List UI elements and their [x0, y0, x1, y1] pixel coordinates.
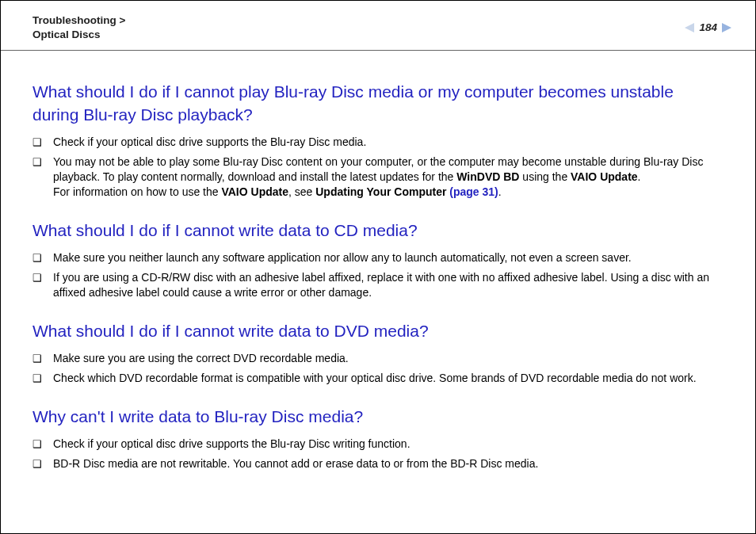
- bullet-icon: ❑: [32, 437, 53, 452]
- page-navigator: 184: [685, 13, 731, 33]
- question-heading: What should I do if I cannot play Blu-ra…: [32, 81, 724, 126]
- list-item: ❑ Check if your optical disc drive suppo…: [32, 132, 724, 152]
- bullet-list: ❑ Check if your optical disc drive suppo…: [32, 434, 724, 474]
- breadcrumb-line-2: Optical Discs: [32, 28, 125, 42]
- list-item: ❑ You may not be able to play some Blu-r…: [32, 152, 724, 202]
- list-item: ❑ Make sure you are using the correct DV…: [32, 349, 724, 368]
- list-item-text: You may not be able to play some Blu-ray…: [53, 154, 724, 200]
- bullet-icon: ❑: [32, 135, 53, 150]
- page-reference-link[interactable]: (page 31): [449, 185, 498, 198]
- bullet-list: ❑ Check if your optical disc drive suppo…: [32, 132, 724, 202]
- list-item: ❑ If you are using a CD-R/RW disc with a…: [32, 268, 724, 303]
- question-heading: Why can't I write data to Blu-ray Disc m…: [32, 406, 724, 428]
- bullet-icon: ❑: [32, 154, 53, 170]
- bullet-icon: ❑: [32, 351, 53, 366]
- list-item-text: If you are using a CD-R/RW disc with an …: [53, 270, 724, 300]
- question-heading: What should I do if I cannot write data …: [32, 320, 724, 342]
- list-item-text: Check which DVD recordable format is com…: [53, 371, 724, 386]
- list-item-text: Check if your optical disc drive support…: [53, 135, 724, 150]
- bullet-icon: ❑: [32, 250, 53, 265]
- bullet-icon: ❑: [32, 456, 53, 471]
- bullet-list: ❑ Make sure you neither launch any softw…: [32, 248, 724, 303]
- list-item: ❑ Make sure you neither launch any softw…: [32, 248, 724, 268]
- list-item: ❑ Check if your optical disc drive suppo…: [32, 434, 724, 454]
- list-item-text: Make sure you are using the correct DVD …: [53, 351, 724, 366]
- breadcrumb: Troubleshooting > Optical Discs: [32, 13, 125, 42]
- page-number: 184: [697, 21, 719, 33]
- list-item-text: BD-R Disc media are not rewritable. You …: [53, 456, 724, 471]
- list-item: ❑ Check which DVD recordable format is c…: [32, 368, 724, 388]
- question-heading: What should I do if I cannot write data …: [32, 219, 724, 242]
- prev-page-icon[interactable]: [685, 23, 694, 32]
- bullet-list: ❑ Make sure you are using the correct DV…: [32, 349, 724, 388]
- list-item-text: Make sure you neither launch any softwar…: [53, 250, 724, 265]
- list-item-text: Check if your optical disc drive support…: [53, 437, 724, 452]
- breadcrumb-line-1: Troubleshooting >: [32, 13, 125, 28]
- bullet-icon: ❑: [32, 371, 53, 386]
- list-item: ❑ BD-R Disc media are not rewritable. Yo…: [32, 454, 724, 474]
- page-header: Troubleshooting > Optical Discs 184: [1, 1, 755, 51]
- bullet-icon: ❑: [32, 270, 53, 285]
- next-page-icon[interactable]: [722, 23, 731, 32]
- page-content: What should I do if I cannot play Blu-ra…: [1, 51, 755, 474]
